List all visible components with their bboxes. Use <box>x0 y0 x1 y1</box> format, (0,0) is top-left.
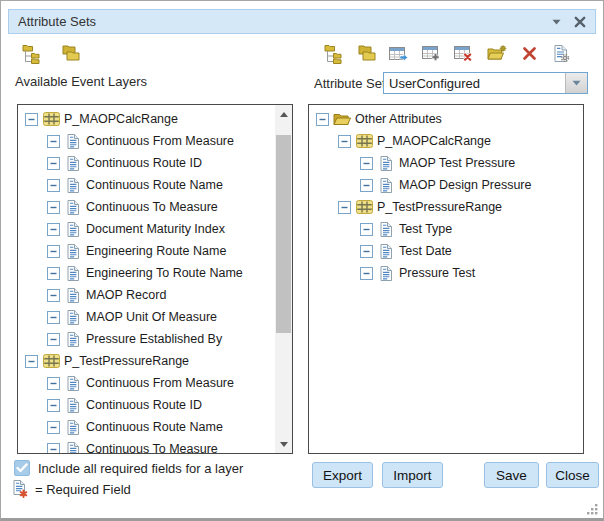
scroll-down-icon[interactable] <box>275 436 292 452</box>
save-button[interactable]: Save <box>484 462 539 488</box>
folder-new-icon[interactable] <box>486 43 508 64</box>
field-icon <box>64 288 82 303</box>
layer-tree-icon[interactable] <box>323 43 345 64</box>
collapse-box-icon[interactable] <box>47 267 60 280</box>
tree-item[interactable]: P_TestPressureRange <box>309 196 583 218</box>
tree-item-label: P_TestPressureRange <box>377 200 502 214</box>
collapse-box-icon[interactable] <box>47 443 60 454</box>
window-title: Attribute Sets <box>9 14 96 29</box>
tree-item-label: Engineering Route Name <box>86 244 226 258</box>
attribute-set-value[interactable]: UserConfigured <box>384 73 565 93</box>
tree-item[interactable]: Continuous To Measure <box>18 196 275 218</box>
tree-item-label: Document Maturity Index <box>86 222 225 236</box>
collapse-box-icon[interactable] <box>47 157 60 170</box>
delete-icon[interactable] <box>518 43 540 64</box>
tree-item[interactable]: MAOP Unit Of Measure <box>18 306 275 328</box>
tree-item-label: Engineering To Route Name <box>86 266 243 280</box>
tree-item-label: Continuous From Measure <box>86 134 234 148</box>
field-icon <box>64 420 82 435</box>
field-icon <box>64 222 82 237</box>
tree-item[interactable]: Engineering Route Name <box>18 240 275 262</box>
tree-item[interactable]: Continuous Route Name <box>18 174 275 196</box>
tree-item[interactable]: Engineering To Route Name <box>18 262 275 284</box>
vertical-scrollbar[interactable] <box>275 105 292 453</box>
field-icon <box>377 266 395 281</box>
include-required-label: Include all required fields for a layer <box>38 461 243 476</box>
collapse-box-icon[interactable] <box>47 245 60 258</box>
collapse-box-icon[interactable] <box>360 267 373 280</box>
collapse-box-icon[interactable] <box>360 179 373 192</box>
tree-item-label: Continuous To Measure <box>86 442 218 453</box>
collapse-box-icon[interactable] <box>338 135 351 148</box>
tree-item[interactable]: Continuous From Measure <box>18 130 275 152</box>
tree-item-label: Test Type <box>399 222 452 236</box>
field-icon <box>377 222 395 237</box>
tree-item[interactable]: Other Attributes <box>309 108 583 130</box>
collapse-caret-icon[interactable] <box>552 19 561 25</box>
collapse-box-icon[interactable] <box>360 157 373 170</box>
report-settings-icon[interactable] <box>551 43 573 64</box>
export-button[interactable]: Export <box>312 462 373 488</box>
import-button[interactable]: Import <box>382 462 443 488</box>
tree-item[interactable]: MAOP Test Pressure <box>309 152 583 174</box>
tree-item[interactable]: Pressure Test <box>309 262 583 284</box>
folders-icon[interactable] <box>356 43 378 64</box>
collapse-box-icon[interactable] <box>25 355 38 368</box>
collapse-box-icon[interactable] <box>47 377 60 390</box>
tree-item[interactable]: P_TestPressureRange <box>18 350 275 372</box>
tree-item[interactable]: P_MAOPCalcRange <box>309 130 583 152</box>
table-export-icon[interactable] <box>388 43 410 64</box>
collapse-box-icon[interactable] <box>47 311 60 324</box>
folders-icon[interactable] <box>60 43 82 64</box>
collapse-box-icon[interactable] <box>338 201 351 214</box>
scroll-up-icon[interactable] <box>275 106 292 122</box>
collapse-box-icon[interactable] <box>47 289 60 302</box>
required-field-label: = Required Field <box>35 482 131 497</box>
tree-item[interactable]: MAOP Record <box>18 284 275 306</box>
available-event-layers-label: Available Event Layers <box>15 74 147 89</box>
field-icon <box>64 398 82 413</box>
tree-item-label: MAOP Test Pressure <box>399 156 515 170</box>
close-button[interactable]: Close <box>546 462 599 488</box>
collapse-box-icon[interactable] <box>25 113 38 126</box>
field-icon <box>64 376 82 391</box>
collapse-box-icon[interactable] <box>360 223 373 236</box>
tree-item[interactable]: MAOP Design Pressure <box>309 174 583 196</box>
table-add-icon[interactable] <box>421 43 443 64</box>
collapse-box-icon[interactable] <box>316 113 329 126</box>
field-icon <box>64 310 82 325</box>
tree-item[interactable]: Continuous Route ID <box>18 394 275 416</box>
include-required-row: Include all required fields for a layer <box>14 460 243 476</box>
collapse-box-icon[interactable] <box>47 333 60 346</box>
tree-item[interactable]: Test Date <box>309 240 583 262</box>
tree-item[interactable]: Continuous From Measure <box>18 372 275 394</box>
attribute-sets-dialog: Attribute Sets <box>0 0 604 521</box>
collapse-box-icon[interactable] <box>47 135 60 148</box>
tree-item-label: MAOP Unit Of Measure <box>86 310 217 324</box>
tree-item[interactable]: Continuous Route Name <box>18 416 275 438</box>
include-required-checkbox[interactable] <box>14 460 30 476</box>
feature-class-icon <box>355 200 373 214</box>
resize-grip[interactable] <box>587 504 598 515</box>
attribute-set-combobox[interactable]: UserConfigured <box>383 72 588 94</box>
tree-item[interactable]: Document Maturity Index <box>18 218 275 240</box>
tree-item[interactable]: P_MAOPCalcRange <box>18 108 275 130</box>
collapse-box-icon[interactable] <box>47 179 60 192</box>
collapse-box-icon[interactable] <box>47 399 60 412</box>
tree-item[interactable]: Continuous Route ID <box>18 152 275 174</box>
collapse-box-icon[interactable] <box>47 223 60 236</box>
feature-class-icon <box>42 112 60 126</box>
combo-dropdown-button[interactable] <box>565 73 587 93</box>
tree-item[interactable]: Continuous To Measure <box>18 438 275 453</box>
layer-tree-icon[interactable] <box>21 43 43 64</box>
tree-item[interactable]: Test Type <box>309 218 583 240</box>
scrollbar-thumb[interactable] <box>276 135 291 333</box>
table-remove-icon[interactable] <box>453 43 475 64</box>
field-icon <box>64 266 82 281</box>
tree-item[interactable]: Pressure Established By <box>18 328 275 350</box>
collapse-box-icon[interactable] <box>360 245 373 258</box>
collapse-box-icon[interactable] <box>47 201 60 214</box>
tree-item-label: P_MAOPCalcRange <box>377 134 491 148</box>
close-icon[interactable] <box>574 16 586 28</box>
collapse-box-icon[interactable] <box>47 421 60 434</box>
